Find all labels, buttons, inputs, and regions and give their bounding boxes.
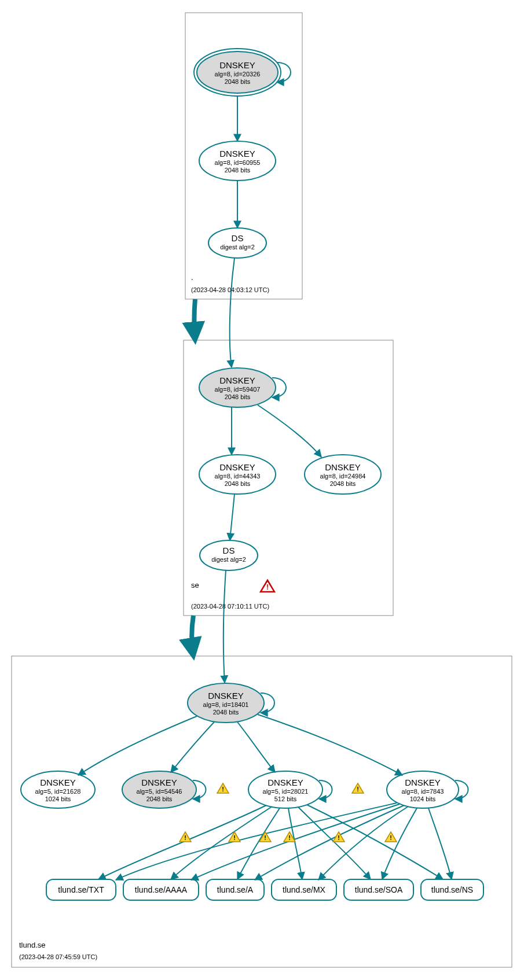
svg-point-26 [200,540,258,570]
node-tlund-ksk: DNSKEY alg=8, id=18401 2048 bits [188,683,274,723]
node-tlund-k4: DNSKEY alg=8, id=7843 1024 bits [387,771,468,808]
svg-text:alg=8, id=18401: alg=8, id=18401 [203,701,249,708]
node-tlund-k1: DNSKEY alg=5, id=21628 1024 bits [21,771,95,808]
error-icon: ! [261,580,274,592]
warning-icon: ! [217,783,229,793]
svg-text:DNSKEY: DNSKEY [405,778,441,787]
node-root-zsk: DNSKEY alg=8, id=60955 2048 bits [199,141,276,180]
svg-text:1024 bits: 1024 bits [45,795,71,802]
node-tlund-k3: DNSKEY alg=5, id=28021 512 bits [248,771,332,808]
node-tlund-k2: DNSKEY alg=5, id=54546 2048 bits [122,771,206,808]
svg-text:1024 bits: 1024 bits [410,795,436,802]
rrset-txt: tlund.se/TXT [46,879,116,900]
svg-text:digest alg=2: digest alg=2 [211,556,246,563]
svg-text:!: ! [390,834,392,841]
svg-text:2048 bits: 2048 bits [225,393,251,400]
warning-icon: ! [385,832,397,842]
dnssec-graph: . (2023-04-28 04:03:12 UTC) se (2023-04-… [0,0,524,980]
svg-text:DS: DS [223,546,235,555]
svg-text:DNSKEY: DNSKEY [219,462,255,472]
svg-text:alg=8, id=60955: alg=8, id=60955 [215,159,261,166]
svg-text:tlund.se/AAAA: tlund.se/AAAA [135,885,188,894]
zone-se-ts: (2023-04-28 07:10:11 UTC) [191,603,269,610]
svg-text:DNSKEY: DNSKEY [141,778,177,787]
rrset-soa: tlund.se/SOA [344,879,413,900]
svg-text:DNSKEY: DNSKEY [325,462,361,472]
svg-text:2048 bits: 2048 bits [213,709,239,716]
svg-text:2048 bits: 2048 bits [225,78,251,85]
svg-point-9 [208,228,266,258]
svg-text:!: ! [288,834,291,841]
svg-text:!: ! [233,834,236,841]
node-se-ds: DS digest alg=2 [200,540,258,570]
svg-text:tlund.se/TXT: tlund.se/TXT [58,885,104,894]
svg-text:alg=5, id=28021: alg=5, id=28021 [263,788,309,795]
svg-text:alg=8, id=59407: alg=8, id=59407 [215,386,261,393]
svg-text:!: ! [338,834,340,841]
svg-text:512 bits: 512 bits [274,795,297,802]
svg-text:!: ! [222,786,224,793]
svg-text:DNSKEY: DNSKEY [219,149,255,159]
rrset-mx: tlund.se/MX [272,879,336,900]
svg-text:2048 bits: 2048 bits [225,480,251,487]
rrset-a: tlund.se/A [206,879,264,900]
svg-text:DNSKEY: DNSKEY [219,375,255,385]
svg-text:alg=5, id=21628: alg=5, id=21628 [35,788,81,795]
svg-text:DNSKEY: DNSKEY [219,60,255,70]
svg-text:alg=8, id=44343: alg=8, id=44343 [215,473,261,480]
svg-text:!: ! [184,834,186,841]
svg-text:DNSKEY: DNSKEY [268,778,303,787]
svg-text:tlund.se/MX: tlund.se/MX [283,885,326,894]
svg-text:alg=8, id=7843: alg=8, id=7843 [402,788,444,795]
warning-icon: ! [352,783,364,793]
svg-text:alg=8, id=24984: alg=8, id=24984 [320,473,366,480]
node-se-zsk2: DNSKEY alg=8, id=24984 2048 bits [305,455,381,494]
zone-tlund-name: tlund.se [19,941,46,949]
svg-text:tlund.se/A: tlund.se/A [217,885,254,894]
svg-text:2048 bits: 2048 bits [330,480,356,487]
svg-line-30 [230,494,234,540]
svg-text:!: ! [266,583,269,591]
node-se-ksk: DNSKEY alg=8, id=59407 2048 bits [199,368,286,407]
svg-text:alg=8, id=20326: alg=8, id=20326 [215,71,261,78]
rrset-ns: tlund.se/NS [421,879,483,900]
node-root-ds: DS digest alg=2 [208,228,266,258]
svg-text:DNSKEY: DNSKEY [40,778,76,787]
node-se-zsk: DNSKEY alg=8, id=44343 2048 bits [199,455,276,494]
svg-text:DNSKEY: DNSKEY [208,691,244,701]
warning-icon: ! [229,832,240,842]
svg-text:!: ! [357,786,359,793]
warning-icon: ! [179,832,191,842]
svg-text:alg=5, id=54546: alg=5, id=54546 [137,788,182,795]
svg-text:tlund.se/SOA: tlund.se/SOA [355,885,403,894]
svg-text:digest alg=2: digest alg=2 [220,244,255,250]
zone-tlund-ts: (2023-04-28 07:45:59 UTC) [19,953,97,960]
zone-se-name: se [191,581,199,590]
svg-text:!: ! [264,834,266,841]
svg-text:DS: DS [232,233,244,243]
zone-root-ts: (2023-04-28 04:03:12 UTC) [191,286,269,293]
node-root-ksk: DNSKEY alg=8, id=20326 2048 bits [194,49,291,96]
svg-text:tlund.se/NS: tlund.se/NS [431,885,473,894]
svg-text:2048 bits: 2048 bits [225,167,251,174]
svg-text:2048 bits: 2048 bits [146,795,173,802]
zone-root-name: . [191,273,193,282]
rrset-aaaa: tlund.se/AAAA [123,879,199,900]
